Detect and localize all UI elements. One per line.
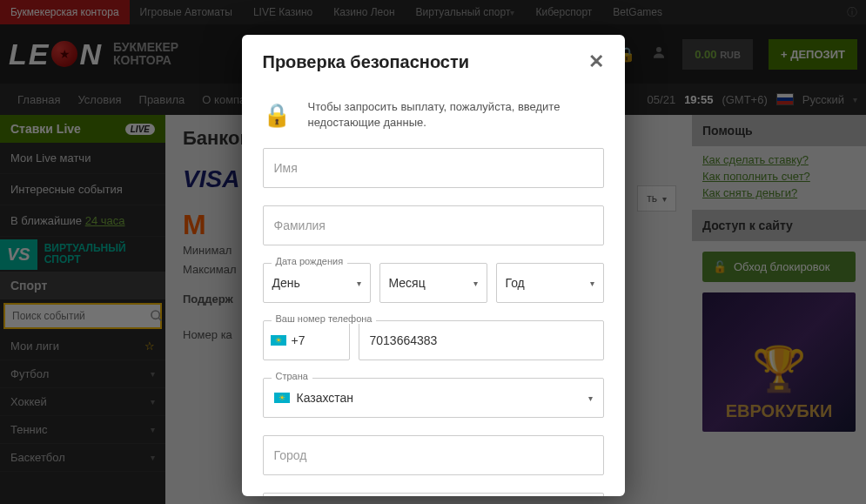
country-select[interactable]: Казахстан ▾ [263,378,604,418]
chevron-down-icon: ▾ [473,279,478,288]
country-label: Страна [272,371,312,381]
address-field [263,493,604,496]
country-field: Страна Казахстан ▾ [263,378,604,418]
dob-field: Дата рождения День▾ Месяц▾ Год▾ [263,263,604,303]
chevron-down-icon: ▾ [588,393,593,403]
phone-field: Ваш номер телефона +7 [263,320,604,360]
phone-input[interactable] [359,320,604,360]
chevron-down-icon: ▾ [357,279,361,288]
lock-icon: 🔒 [263,99,291,131]
surname-field [263,205,604,245]
day-select[interactable]: День▾ [263,263,371,303]
address-input[interactable] [263,493,604,496]
flag-kz-icon [274,393,290,403]
city-field [263,435,604,475]
phone-country-code[interactable]: +7 [263,320,350,360]
modal-info-text: Чтобы запросить выплату, пожалуйста, вве… [308,99,604,131]
city-input[interactable] [263,435,604,475]
modal-title: Проверка безопасности [263,52,470,72]
month-select[interactable]: Месяц▾ [379,263,487,303]
flag-kz-icon [271,335,286,346]
dob-label: Дата рождения [272,256,348,266]
name-input[interactable] [263,148,604,188]
year-select[interactable]: Год▾ [496,263,604,303]
surname-input[interactable] [263,205,604,245]
modal-overlay: Проверка безопасности ✕ 🔒 Чтобы запросит… [0,0,866,504]
phone-label: Ваш номер телефона [272,313,377,324]
close-icon[interactable]: ✕ [588,50,604,73]
name-field [263,148,604,188]
chevron-down-icon: ▾ [590,279,594,288]
security-modal: Проверка безопасности ✕ 🔒 Чтобы запросит… [242,35,625,496]
